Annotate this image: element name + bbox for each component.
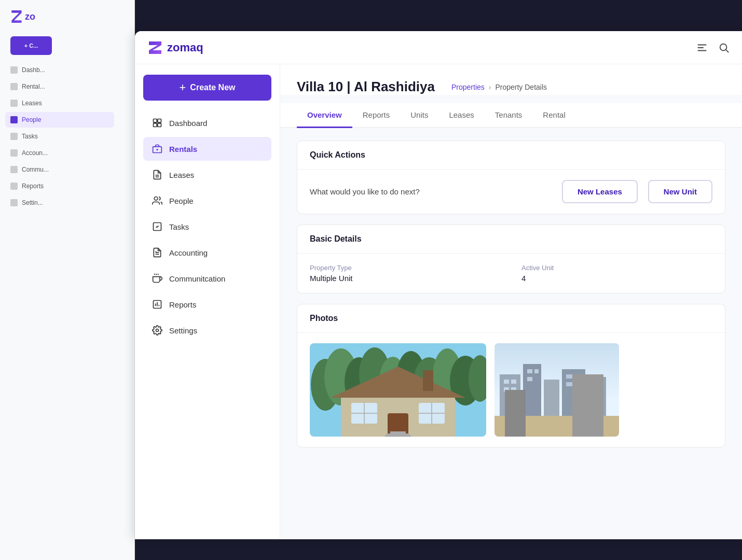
sidebar-item-label: Dashboard xyxy=(169,119,207,128)
property-title: Villa 10 | Al Rashidiya xyxy=(297,79,435,95)
sidebar-item-people[interactable]: People xyxy=(143,189,271,213)
sidebar-item-settings[interactable]: Settings xyxy=(143,318,271,342)
tab-units[interactable]: Units xyxy=(400,103,438,128)
svg-rect-68 xyxy=(566,382,572,386)
tab-tenants[interactable]: Tenants xyxy=(485,103,533,128)
sidebar-item-label: Reports xyxy=(169,300,197,309)
breadcrumb-separator: › xyxy=(489,83,491,91)
active-unit-value: 4 xyxy=(521,274,712,283)
svg-rect-60 xyxy=(511,380,516,384)
svg-rect-57 xyxy=(562,369,585,416)
accounting-icon xyxy=(152,247,163,258)
sections: Quick Actions What would you like to do … xyxy=(280,128,742,460)
body-area: + Create New Dashboard xyxy=(135,64,742,539)
sidebar-item-leases[interactable]: Leases xyxy=(143,163,271,187)
sidebar: + Create New Dashboard xyxy=(135,64,280,539)
bg-logo-text: zo xyxy=(25,11,35,22)
svg-rect-59 xyxy=(504,380,509,384)
svg-point-3 xyxy=(720,44,727,50)
dashboard-icon xyxy=(152,117,163,129)
bg-nav-rentals: Rental... xyxy=(5,79,114,94)
breadcrumb-current: Property Details xyxy=(495,83,547,91)
basic-details-card: Basic Details Property Type Multiple Uni… xyxy=(297,225,725,293)
sidebar-item-label: Rentals xyxy=(169,145,197,153)
svg-rect-49 xyxy=(423,370,433,391)
header: zomaq xyxy=(135,31,742,64)
create-plus-icon: + xyxy=(179,82,186,93)
menu-icon[interactable] xyxy=(696,42,708,53)
search-icon[interactable] xyxy=(718,42,730,53)
quick-actions-header: Quick Actions xyxy=(297,141,725,170)
sidebar-item-reports[interactable]: Reports xyxy=(143,292,271,316)
svg-rect-8 xyxy=(158,123,161,127)
active-unit-label: Active Unit xyxy=(521,264,712,272)
svg-rect-62 xyxy=(511,387,516,391)
photo-city xyxy=(494,343,619,437)
people-icon xyxy=(152,195,163,206)
svg-rect-6 xyxy=(158,119,161,123)
leases-icon xyxy=(152,169,163,180)
tab-rental[interactable]: Rental xyxy=(532,103,575,128)
sidebar-item-communication[interactable]: Communitcation xyxy=(143,267,271,290)
bg-nav-leases: Leases xyxy=(5,95,114,111)
tab-reports[interactable]: Reports xyxy=(352,103,401,128)
tasks-icon xyxy=(152,221,163,232)
header-logo: zomaq xyxy=(147,40,203,55)
detail-property-type: Property Type Multiple Unit xyxy=(310,264,501,283)
breadcrumb: Properties › Property Details xyxy=(451,83,547,91)
svg-rect-51 xyxy=(387,433,409,436)
sidebar-item-dashboard[interactable]: Dashboard xyxy=(143,111,271,135)
bg-sidebar-layer: zo + C... Dashb... Rental... Leases Peop… xyxy=(0,0,135,560)
tabs: Overview Reports Units Leases Tenants Re… xyxy=(280,103,742,128)
bg-nav-icon xyxy=(10,83,18,90)
breadcrumb-properties-link[interactable]: Properties xyxy=(451,83,485,91)
property-type-value: Multiple Unit xyxy=(310,274,501,283)
svg-rect-61 xyxy=(504,387,509,391)
svg-rect-65 xyxy=(527,377,532,381)
bg-nav-dashboard: Dashb... xyxy=(5,62,114,78)
sidebar-item-rentals[interactable]: Rentals xyxy=(143,137,271,161)
bg-nav-reports: Reports xyxy=(5,178,114,194)
basic-details-header: Basic Details xyxy=(297,225,725,254)
settings-icon xyxy=(152,325,163,336)
svg-rect-7 xyxy=(154,123,157,127)
bg-nav-icon xyxy=(10,100,18,107)
bg-logo-icon xyxy=(10,10,23,23)
svg-rect-69 xyxy=(575,382,582,386)
bg-nav-icon xyxy=(10,116,18,123)
sidebar-item-tasks[interactable]: Tasks xyxy=(143,215,271,239)
svg-rect-66 xyxy=(566,374,572,379)
create-btn-label: Create New xyxy=(190,83,235,92)
svg-point-14 xyxy=(154,197,158,201)
property-header: Villa 10 | Al Rashidiya Properties › Pro… xyxy=(280,64,742,95)
create-new-button[interactable]: + Create New xyxy=(143,75,271,101)
bg-nav-accounting: Accoun... xyxy=(5,145,114,161)
svg-rect-54 xyxy=(500,374,520,416)
photo-house xyxy=(310,343,486,437)
bg-nav-icon xyxy=(10,133,18,140)
bg-create-btn: + C... xyxy=(10,36,52,55)
sidebar-item-label: Leases xyxy=(169,171,194,179)
quick-actions-body: What would you like to do next? New Leas… xyxy=(297,170,725,214)
sidebar-item-accounting[interactable]: Accounting xyxy=(143,241,271,264)
svg-rect-63 xyxy=(527,369,532,373)
tab-leases[interactable]: Leases xyxy=(438,103,484,128)
bg-nav-icon xyxy=(10,66,18,74)
sidebar-item-label: Tasks xyxy=(169,222,189,231)
communication-icon xyxy=(152,273,163,284)
photos-body xyxy=(297,333,725,447)
bg-logo: zo xyxy=(10,10,35,23)
sidebar-item-label: Accounting xyxy=(169,248,208,257)
svg-rect-58 xyxy=(588,377,606,416)
bg-nav-settings: Settin... xyxy=(5,195,114,211)
bg-nav-icon xyxy=(10,183,18,190)
new-unit-button[interactable]: New Unit xyxy=(648,180,712,203)
rentals-icon xyxy=(152,143,163,155)
tab-overview[interactable]: Overview xyxy=(297,103,352,128)
new-leases-button[interactable]: New Leases xyxy=(562,180,638,203)
bg-nav-communication: Commu... xyxy=(5,162,114,177)
logo-text: zomaq xyxy=(167,41,203,54)
sidebar-item-label: Communitcation xyxy=(169,274,225,283)
photos-card: Photos xyxy=(297,304,725,447)
svg-rect-56 xyxy=(544,380,559,416)
